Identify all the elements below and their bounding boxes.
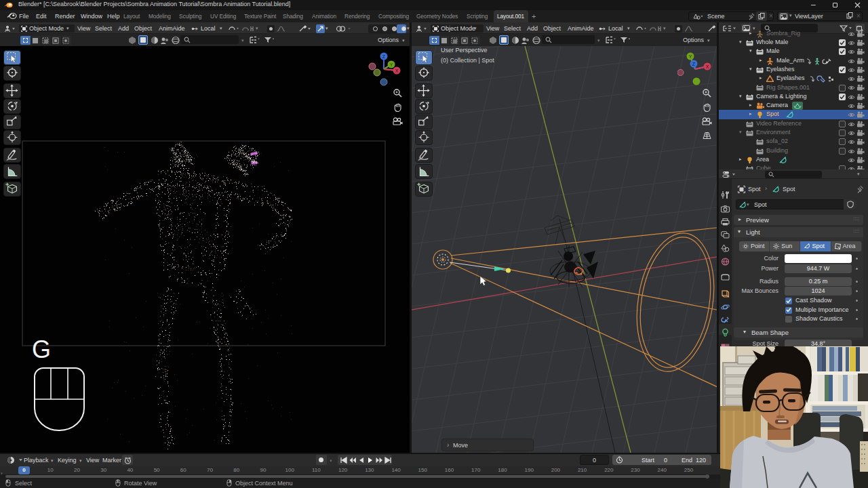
svg-text:X: X [395, 68, 399, 73]
svg-text:Z: Z [382, 54, 386, 59]
svg-text:Z: Z [692, 62, 696, 66]
svg-text:Y: Y [689, 54, 692, 59]
svg-text:Y: Y [390, 62, 393, 67]
svg-text:X: X [706, 64, 709, 69]
